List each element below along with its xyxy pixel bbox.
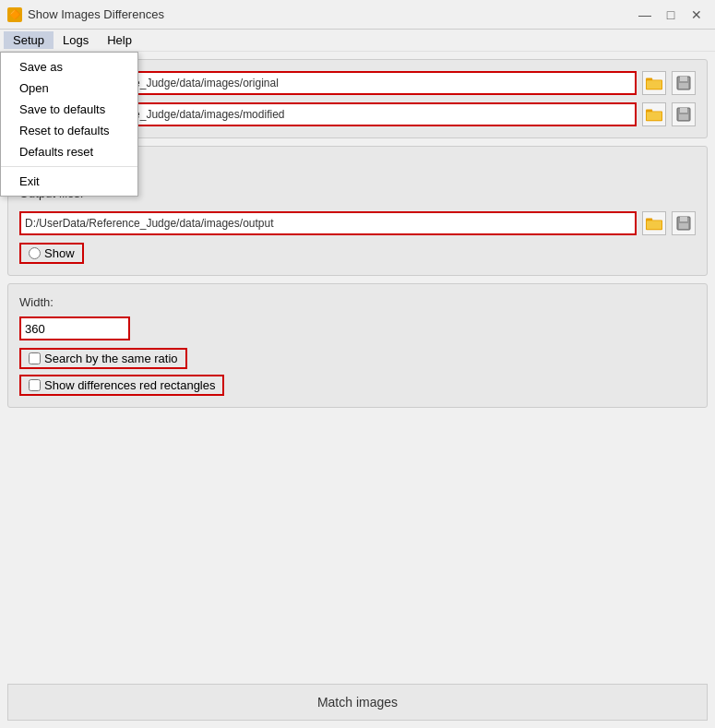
output-path-input[interactable] <box>19 211 637 235</box>
original-save-button[interactable] <box>672 71 696 95</box>
menu-defaults-reset[interactable]: Defaults reset <box>1 141 137 162</box>
modified-folder-button[interactable] <box>642 102 666 126</box>
same-ratio-label[interactable]: Search by the same ratio <box>19 348 187 369</box>
setup-dropdown: Save as Open Save to defaults Reset to d… <box>0 52 138 197</box>
show-radio-input[interactable] <box>29 247 41 259</box>
menu-save-to-defaults[interactable]: Save to defaults <box>1 99 137 120</box>
menu-separator <box>1 166 137 167</box>
close-button[interactable]: ✕ <box>685 4 708 26</box>
maximize-button[interactable]: □ <box>660 4 682 26</box>
menu-save-as[interactable]: Save as <box>1 56 137 78</box>
menu-setup[interactable]: Setup <box>4 31 54 49</box>
show-radio-row: Show <box>19 243 696 264</box>
title-bar-left: 🔶 Show Images Differences <box>7 7 164 22</box>
svg-rect-2 <box>647 80 661 89</box>
width-section-group: Width: Search by the same ratio Show dif… <box>7 283 708 408</box>
menu-exit[interactable]: Exit <box>1 171 137 192</box>
width-input-row <box>19 316 696 340</box>
same-ratio-checkbox[interactable] <box>29 352 41 364</box>
save-icon-3 <box>676 216 691 231</box>
svg-rect-16 <box>680 217 687 221</box>
output-path-row <box>19 211 696 235</box>
output-save-button[interactable] <box>672 211 696 235</box>
output-folder-button[interactable] <box>642 211 666 235</box>
svg-rect-11 <box>679 114 688 120</box>
width-label: Width: <box>19 295 54 309</box>
red-rectangles-checkbox[interactable] <box>29 379 41 391</box>
svg-rect-14 <box>647 221 661 229</box>
app-icon: 🔶 <box>7 7 22 22</box>
red-rectangles-label[interactable]: Show differences red rectangles <box>19 375 224 396</box>
svg-rect-5 <box>679 83 688 89</box>
svg-rect-17 <box>679 223 688 229</box>
show-radio-text: Show <box>44 246 75 260</box>
window-controls: — □ ✕ <box>634 4 708 26</box>
svg-rect-10 <box>680 108 687 113</box>
width-input[interactable] <box>19 316 130 340</box>
menu-logs[interactable]: Logs <box>54 31 98 49</box>
title-bar: 🔶 Show Images Differences — □ ✕ <box>0 0 715 30</box>
menu-bar: Setup Logs Help Save as Open Save to def… <box>0 30 715 52</box>
red-rectangles-row: Show differences red rectangles <box>19 375 696 396</box>
window-title: Show Images Differences <box>28 7 164 21</box>
bottom-bar: Match images <box>7 684 708 721</box>
menu-reset-to-defaults[interactable]: Reset to defaults <box>1 120 137 141</box>
save-icon <box>676 76 691 90</box>
width-label-row: Width: <box>19 295 696 309</box>
same-ratio-text: Search by the same ratio <box>44 352 178 365</box>
original-folder-button[interactable] <box>642 71 666 95</box>
folder-icon <box>646 76 662 90</box>
modified-save-button[interactable] <box>672 102 696 126</box>
red-rectangles-text: Show differences red rectangles <box>44 378 215 392</box>
same-ratio-row: Search by the same ratio <box>19 348 696 369</box>
svg-rect-4 <box>680 77 687 81</box>
minimize-button[interactable]: — <box>634 4 656 26</box>
menu-help[interactable]: Help <box>98 31 141 49</box>
match-images-button[interactable]: Match images <box>7 684 708 721</box>
folder-icon-2 <box>646 107 662 122</box>
menu-open[interactable]: Open <box>1 78 137 99</box>
save-icon-2 <box>676 107 691 122</box>
svg-rect-8 <box>647 112 661 120</box>
show-radio-label[interactable]: Show <box>19 243 84 264</box>
folder-icon-3 <box>646 216 662 231</box>
